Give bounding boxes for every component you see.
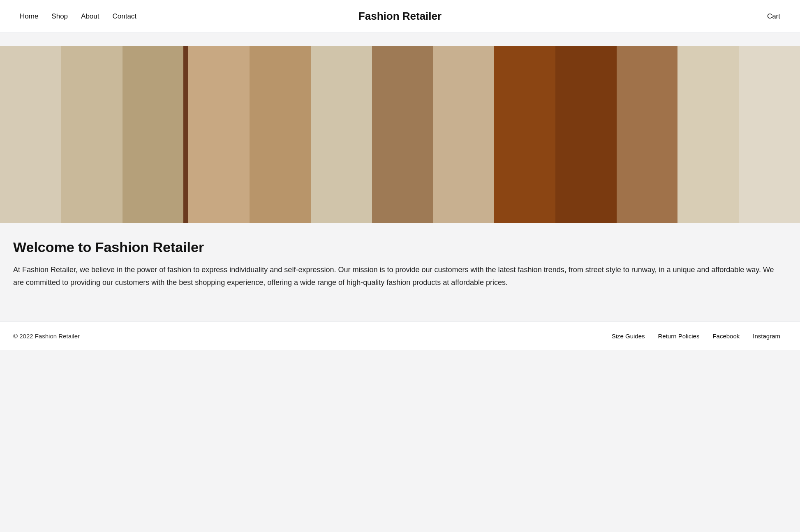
- footer-link-return-policies[interactable]: Return Policies: [652, 330, 706, 342]
- left-nav: HomeShopAboutContact: [13, 9, 143, 24]
- site-footer: © 2022 Fashion Retailer Size GuidesRetur…: [0, 322, 800, 350]
- hero-image: [0, 46, 800, 223]
- footer-link-size-guides[interactable]: Size Guides: [605, 330, 652, 342]
- footer-link-instagram[interactable]: Instagram: [746, 330, 787, 342]
- footer-copyright: © 2022 Fashion Retailer: [13, 333, 80, 340]
- nav-link-home[interactable]: Home: [13, 9, 45, 24]
- hero-placeholder: [0, 46, 800, 223]
- welcome-title: Welcome to Fashion Retailer: [13, 239, 787, 255]
- site-title: Fashion Retailer: [358, 10, 442, 23]
- nav-link-about[interactable]: About: [74, 9, 106, 24]
- site-header: HomeShopAboutContact Fashion Retailer Ca…: [0, 0, 800, 33]
- right-nav: Cart: [761, 9, 787, 24]
- footer-link-facebook[interactable]: Facebook: [706, 330, 746, 342]
- nav-link-cart[interactable]: Cart: [761, 9, 787, 24]
- nav-link-shop[interactable]: Shop: [45, 9, 74, 24]
- nav-link-contact[interactable]: Contact: [106, 9, 143, 24]
- main-content: Welcome to Fashion Retailer At Fashion R…: [0, 223, 800, 322]
- welcome-body: At Fashion Retailer, we believe in the p…: [13, 264, 786, 289]
- footer-links: Size GuidesReturn PoliciesFacebookInstag…: [605, 330, 787, 342]
